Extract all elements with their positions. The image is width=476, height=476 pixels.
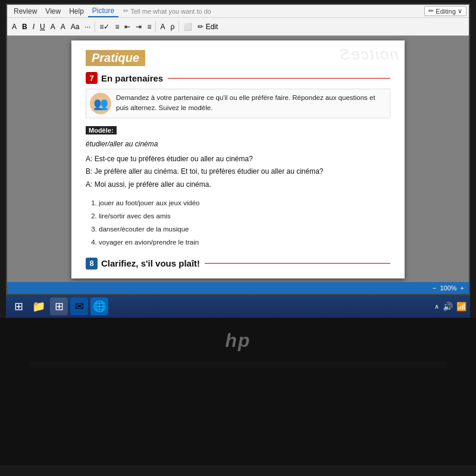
section7-number-badge: 7: [86, 72, 98, 84]
font-color-button[interactable]: A: [58, 21, 68, 32]
taskbar-edge-icon[interactable]: 🌐: [90, 298, 108, 315]
dialogue-line-2: B: Je préfère aller au cinéma. Et toi, t…: [86, 165, 390, 178]
list-item: jouer au foot/jouer aux jeux vidéo: [99, 197, 390, 210]
doc-area[interactable]: noitceS Pratique 7 En partenaires: [7, 36, 469, 282]
chevron-down-icon: ∨: [458, 7, 462, 15]
activity-list: jouer au foot/jouer aux jeux vidéo lire/…: [86, 197, 390, 249]
zoom-level: 100%: [440, 284, 456, 292]
toolbar-separator-3: [178, 21, 179, 32]
section8-number-badge: 8: [86, 258, 98, 270]
font-size-a-button[interactable]: A: [10, 21, 19, 32]
status-right: − 100% +: [433, 284, 464, 292]
dialogue-line-3: A: Moi aussi, je préfère aller au cinéma…: [86, 178, 390, 192]
font-style-button[interactable]: A: [158, 21, 167, 32]
dialogue-content: étudier/aller au cinéma A: Est-ce que tu…: [86, 138, 390, 191]
indent-right-button[interactable]: ⇥: [133, 21, 144, 32]
menu-item-help[interactable]: Help: [65, 5, 88, 17]
underline-button[interactable]: U: [37, 21, 48, 32]
list-item: voyager en avion/prendre le train: [99, 236, 390, 249]
edit-doc-button[interactable]: ✏ Edit: [195, 21, 220, 32]
list2-button[interactable]: ≡: [112, 21, 121, 32]
system-tray-up: ∧: [434, 303, 439, 311]
hp-logo: hp: [225, 330, 250, 352]
taskbar-windows-icon[interactable]: ⊞: [50, 298, 68, 315]
taskbar: ⊞ 📁 ⊞ ✉ 🌐 ∧ 🔊 📶: [6, 295, 470, 318]
subscript-button[interactable]: ρ: [168, 21, 177, 32]
list-item: lire/sortir avec des amis: [99, 210, 390, 223]
search-area: ✏ Tell me what you want to do: [123, 7, 211, 15]
image-button[interactable]: ⬜: [181, 21, 195, 32]
section8-title: Clarifiez, s'il vous plaît!: [101, 258, 200, 268]
section8-line: [205, 263, 390, 264]
editing-button[interactable]: ✏ Editing ∨: [424, 6, 466, 16]
laptop-keyboard-area: [30, 361, 446, 368]
speaker-icon[interactable]: 🔊: [443, 302, 453, 311]
pratique-header: Pratique: [86, 50, 145, 66]
section7-header: 7 En partenaires: [86, 72, 390, 84]
section7-title: En partenaires: [101, 73, 163, 83]
modele-box: Modèle:: [86, 126, 117, 134]
watermark: noitceS: [339, 45, 399, 64]
taskbar-system-tray: ∧ 🔊 📶: [434, 302, 466, 311]
instructions-box: 👥 Demandez à votre partenaire ce qu'il o…: [86, 89, 390, 118]
monitor-outer: Review View Help Picture ✏ Tell me what …: [0, 0, 476, 476]
taskbar-mail-icon[interactable]: ✉: [70, 298, 88, 315]
zoom-plus-icon[interactable]: +: [461, 284, 464, 292]
taskbar-files-icon[interactable]: 📁: [30, 298, 48, 315]
bold-button[interactable]: B: [20, 21, 30, 32]
pencil-edit-icon: ✏: [428, 7, 434, 15]
screen: Review View Help Picture ✏ Tell me what …: [6, 4, 470, 295]
pencil-icon: ✏: [123, 7, 129, 15]
menu-item-review[interactable]: Review: [10, 5, 41, 17]
dialogue-line-1: A: Est-ce que tu préfères étudier ou all…: [86, 153, 390, 166]
menu-bar: Review View Help Picture ✏ Tell me what …: [7, 5, 469, 18]
lower-area: hp: [0, 318, 476, 465]
section8-header: 8 Clarifiez, s'il vous plaît!: [86, 258, 390, 270]
instructions-text: Demandez à votre partenaire ce qu'il ou …: [116, 93, 386, 114]
highlight-button[interactable]: A: [48, 21, 58, 32]
wifi-icon[interactable]: 📶: [456, 302, 466, 311]
menu-item-picture[interactable]: Picture: [88, 5, 118, 17]
toolbar-separator-2: [155, 21, 156, 32]
status-bar: − 100% +: [7, 282, 469, 294]
list-item: danser/écouter de la musique: [99, 223, 390, 236]
list-button[interactable]: ≡✓: [97, 21, 112, 32]
character-icon: 👥: [90, 93, 111, 114]
taskbar-start-icon[interactable]: ⊞: [10, 298, 27, 315]
zoom-minus-icon[interactable]: −: [433, 284, 436, 292]
indent-left-button[interactable]: ⇤: [122, 21, 133, 32]
font-aa-button[interactable]: Aa: [68, 21, 82, 32]
dialogue-topic: étudier/aller au cinéma: [86, 138, 390, 151]
page: noitceS Pratique 7 En partenaires: [71, 40, 405, 278]
align-button[interactable]: ≡: [145, 21, 154, 32]
word-window: Review View Help Picture ✏ Tell me what …: [7, 5, 469, 294]
menu-item-view[interactable]: View: [41, 5, 65, 17]
toolbar: A B I U A A Aa ··· ≡✓ ≡ ⇤ ⇥ ≡ A ρ ⬜ ✏ Ed…: [7, 18, 469, 36]
more-button[interactable]: ···: [82, 21, 93, 32]
section7-line: [168, 78, 390, 79]
italic-button[interactable]: I: [30, 21, 37, 32]
toolbar-separator-1: [95, 21, 95, 32]
